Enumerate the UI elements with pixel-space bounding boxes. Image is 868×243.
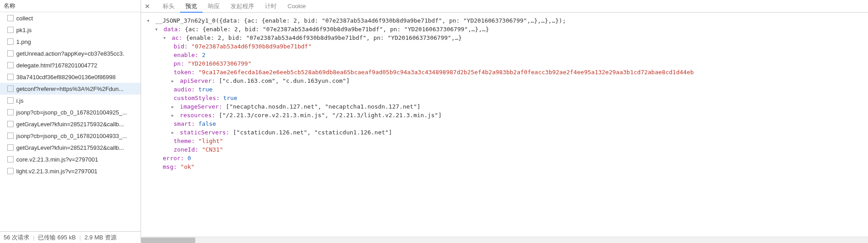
json-summary: ["/2.21.3/core.v2.21.3.min.js", "/2.21.3… xyxy=(219,112,442,119)
file-icon xyxy=(7,133,14,139)
tab-response[interactable]: 响应 xyxy=(203,0,225,13)
tab-cookies[interactable]: Cookie xyxy=(282,0,311,13)
json-resources-row[interactable]: resources: ["/2.21.3/core.v2.21.3.min.js… xyxy=(146,111,866,119)
tab-preview[interactable]: 预览 xyxy=(180,0,203,13)
request-name: jsonp?cb=jsonp_cb_0_1678201004925_... xyxy=(16,109,127,116)
json-key: audio: xyxy=(174,86,195,93)
json-value: "9ca17ae2e6fecda16ae2e6eeb5cb528ab69db8e… xyxy=(198,69,694,76)
json-value: "light" xyxy=(198,138,223,144)
request-name: core.v2.21.3.min.js?v=2797001 xyxy=(16,156,98,163)
status-requests: 56 次请求 xyxy=(4,233,29,242)
json-summary: {ac: {enable: 2, bid: "07e2387ab53a4d6f9… xyxy=(185,26,489,33)
preview-json-tree: __JSONP_37n62y1_0({data: {ac: {enable: 2… xyxy=(141,13,868,237)
request-list-item[interactable]: collect xyxy=(0,12,141,24)
status-separator: | xyxy=(33,234,34,241)
json-key: imageServer: xyxy=(180,103,222,110)
request-list-item[interactable]: pk1.js xyxy=(0,24,141,36)
json-zoneId-row[interactable]: zoneId: "CN31" xyxy=(146,145,866,154)
status-separator: | xyxy=(80,234,81,241)
json-staticServers-row[interactable]: staticServers: ["cstaticdun.126.net", "c… xyxy=(146,128,866,137)
status-resources: 2.9 MB 资源 xyxy=(85,233,117,242)
chevron-down-icon[interactable] xyxy=(155,25,159,33)
status-transferred: 已传输 695 kB xyxy=(38,233,75,242)
file-icon xyxy=(7,74,14,80)
json-enable-row[interactable]: enable: 2 xyxy=(146,51,866,59)
request-list-item[interactable]: jsonp?cb=jsonp_cb_0_1678201004925_... xyxy=(0,106,141,118)
horizontal-scrollbar[interactable] xyxy=(141,237,868,243)
chevron-down-icon[interactable] xyxy=(146,16,151,25)
request-list-item[interactable]: 38a7410cdf36ef88290e0136e0f86998 xyxy=(0,71,141,83)
request-list: collectpk1.js1.pnggetUnread.action?appKe… xyxy=(0,12,141,231)
request-name: getconf?referer=https%3A%2F%2Fdun... xyxy=(16,86,123,92)
request-list-item[interactable]: getGrayLevel?kfuin=2852175932&callb... xyxy=(0,118,141,130)
request-name: pk1.js xyxy=(16,27,32,33)
request-list-item[interactable]: getconf?referer=https%3A%2F%2Fdun... xyxy=(0,83,141,95)
request-name: collect xyxy=(16,15,33,22)
json-key: staticServers: xyxy=(180,129,230,136)
json-ac-row[interactable]: ac: {enable: 2, bid: "07e2387ab53a4d6f93… xyxy=(146,33,866,42)
json-theme-row[interactable]: theme: "light" xyxy=(146,137,866,145)
file-icon xyxy=(7,38,14,45)
chevron-right-icon[interactable] xyxy=(171,102,175,111)
network-status-bar: 56 次请求 | 已传输 695 kB | 2.9 MB 资源 xyxy=(0,231,141,243)
chevron-right-icon[interactable] xyxy=(171,76,175,85)
json-error-row[interactable]: error: 0 xyxy=(146,154,866,162)
request-name: 1.png xyxy=(16,38,31,45)
json-key: error: xyxy=(163,155,184,162)
json-key: resources: xyxy=(180,112,215,119)
request-detail-panel: ✕ 标头预览响应发起程序计时Cookie __JSONP_37n62y1_0({… xyxy=(141,0,868,243)
json-key: msg: xyxy=(163,163,177,170)
json-value: "YD20160637306799" xyxy=(188,60,251,67)
request-list-item[interactable]: getUnread.action?appKey=cb37e835cc3. xyxy=(0,48,141,59)
json-summary: {enable: 2, bid: "07e2387ab53a4d6f930b8d… xyxy=(186,34,462,41)
network-request-list-panel: 名称 collectpk1.js1.pnggetUnread.action?ap… xyxy=(0,0,141,243)
json-root-row[interactable]: __JSONP_37n62y1_0({data: {ac: {enable: 2… xyxy=(146,16,866,25)
close-icon[interactable]: ✕ xyxy=(143,2,152,11)
json-pn-row[interactable]: pn: "YD20160637306799" xyxy=(146,59,866,68)
json-value: false xyxy=(198,120,216,127)
json-audio-row[interactable]: audio: true xyxy=(146,85,866,94)
json-value: 0 xyxy=(188,155,191,162)
json-customStyles-row[interactable]: customStyles: true xyxy=(146,94,866,102)
json-summary: ["c.dun.163.com", "c.dun.163yun.com"] xyxy=(219,77,350,84)
tab-timing[interactable]: 计时 xyxy=(259,0,282,13)
request-list-item[interactable]: delegate.html?1678201004772 xyxy=(0,59,141,71)
file-icon xyxy=(7,27,14,33)
chevron-right-icon[interactable] xyxy=(171,128,175,137)
json-key: apiServer: xyxy=(180,77,215,84)
json-token-row[interactable]: token: "9ca17ae2e6fecda16ae2e6eeb5cb528a… xyxy=(146,68,866,76)
file-icon xyxy=(7,62,14,68)
json-apiServer-row[interactable]: apiServer: ["c.dun.163.com", "c.dun.163y… xyxy=(146,76,866,85)
chevron-down-icon[interactable] xyxy=(163,33,167,42)
request-name: light.v2.21.3.min.js?v=2797001 xyxy=(16,168,98,175)
json-imageServer-row[interactable]: imageServer: ["necaptcha.nosdn.127.net",… xyxy=(146,102,866,111)
request-name: 38a7410cdf36ef88290e0136e0f86998 xyxy=(16,74,116,81)
json-key: enable: xyxy=(174,52,198,58)
file-icon xyxy=(7,144,14,151)
file-icon xyxy=(7,15,14,21)
tab-initiator[interactable]: 发起程序 xyxy=(225,0,259,13)
json-msg-row[interactable]: msg: "ok" xyxy=(146,162,866,171)
scrollbar-thumb[interactable] xyxy=(141,238,195,243)
json-data-row[interactable]: data: {ac: {enable: 2, bid: "07e2387ab53… xyxy=(146,25,866,33)
request-name: getUnread.action?appKey=cb37e835cc3. xyxy=(16,50,124,57)
request-name: getGrayLevel?kfuin=2852175932&callb... xyxy=(16,144,124,151)
request-list-item[interactable]: jsonp?cb=jsonp_cb_0_1678201004933_... xyxy=(0,130,141,142)
request-name: i.js xyxy=(16,97,24,104)
tab-headers[interactable]: 标头 xyxy=(157,0,180,13)
file-icon xyxy=(7,86,14,92)
request-list-item[interactable]: i.js xyxy=(0,95,141,106)
request-list-item[interactable]: core.v2.21.3.min.js?v=2797001 xyxy=(0,153,141,165)
chevron-right-icon[interactable] xyxy=(171,111,175,119)
json-key: zoneId: xyxy=(174,146,198,153)
request-name: delegate.html?1678201004772 xyxy=(16,62,97,69)
request-list-item[interactable]: light.v2.21.3.min.js?v=2797001 xyxy=(0,165,141,177)
request-list-item[interactable]: getGrayLevel?kfuin=2852175932&callb... xyxy=(0,142,141,153)
json-summary: {data: {ac: {enable: 2, bid: "07e2387ab5… xyxy=(219,17,566,24)
json-value: 2 xyxy=(202,52,206,58)
request-list-item[interactable]: 1.png xyxy=(0,36,141,48)
json-summary: ["cstaticdun.126.net", "cstaticdun1.126.… xyxy=(233,129,392,136)
json-bid-row[interactable]: bid: "07e2387ab53a4d6f930b8d9a9be71bdf" xyxy=(146,42,866,51)
request-list-header[interactable]: 名称 xyxy=(0,0,141,12)
json-smart-row[interactable]: smart: false xyxy=(146,119,866,128)
